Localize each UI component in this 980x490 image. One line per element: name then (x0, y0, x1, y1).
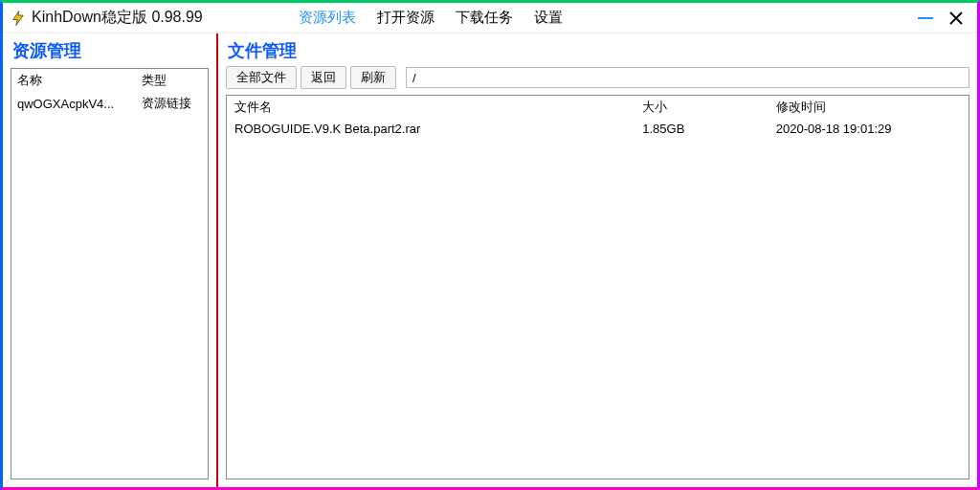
resource-col-type[interactable]: 类型 (136, 69, 208, 92)
resource-list[interactable]: 名称 类型 qwOGXAcpkV4... 资源链接 (11, 68, 209, 479)
file-panel: 文件管理 全部文件 返回 刷新 文件名 大小 修改时间 (218, 33, 977, 487)
path-input[interactable] (406, 67, 969, 88)
resource-row[interactable]: qwOGXAcpkV4... 资源链接 (11, 92, 208, 115)
file-list[interactable]: 文件名 大小 修改时间 ROBOGUIDE.V9.K Beta.part2.ra… (226, 95, 969, 479)
resource-panel: 资源管理 名称 类型 qwOGXAcpkV4... 资源链接 (3, 33, 218, 487)
tab-open-resource[interactable]: 打开资源 (377, 9, 434, 27)
file-mtime: 2020-08-18 19:01:29 (768, 119, 969, 139)
tab-download-tasks[interactable]: 下载任务 (456, 9, 513, 27)
refresh-button[interactable]: 刷新 (350, 66, 396, 89)
minimize-button[interactable] (910, 17, 941, 19)
titlebar: KinhDown稳定版 0.98.99 资源列表 打开资源 下载任务 设置 (3, 3, 977, 33)
resource-col-name[interactable]: 名称 (11, 69, 136, 92)
file-size: 1.85GB (635, 119, 768, 139)
close-button[interactable] (941, 10, 971, 27)
tab-settings[interactable]: 设置 (534, 9, 563, 27)
resource-type: 资源链接 (136, 92, 208, 115)
all-files-button[interactable]: 全部文件 (226, 66, 297, 89)
file-name: ROBOGUIDE.V9.K Beta.part2.rar (227, 119, 635, 139)
file-toolbar: 全部文件 返回 刷新 (218, 64, 977, 95)
resource-panel-title: 资源管理 (3, 33, 216, 66)
file-col-size[interactable]: 大小 (635, 96, 768, 119)
app-icon (9, 9, 28, 28)
nav-tabs: 资源列表 打开资源 下载任务 设置 (299, 9, 563, 27)
app-title: KinhDown稳定版 0.98.99 (32, 8, 203, 28)
body: 资源管理 名称 类型 qwOGXAcpkV4... 资源链接 (3, 33, 977, 487)
file-col-mtime[interactable]: 修改时间 (768, 96, 969, 119)
back-button[interactable]: 返回 (301, 66, 346, 89)
resource-name: qwOGXAcpkV4... (11, 92, 136, 115)
file-panel-title: 文件管理 (218, 33, 977, 64)
tab-resource-list[interactable]: 资源列表 (299, 9, 356, 27)
file-row[interactable]: ROBOGUIDE.V9.K Beta.part2.rar 1.85GB 202… (227, 119, 969, 139)
app-window: KinhDown稳定版 0.98.99 资源列表 打开资源 下载任务 设置 资源… (0, 0, 980, 490)
file-col-name[interactable]: 文件名 (227, 96, 635, 119)
